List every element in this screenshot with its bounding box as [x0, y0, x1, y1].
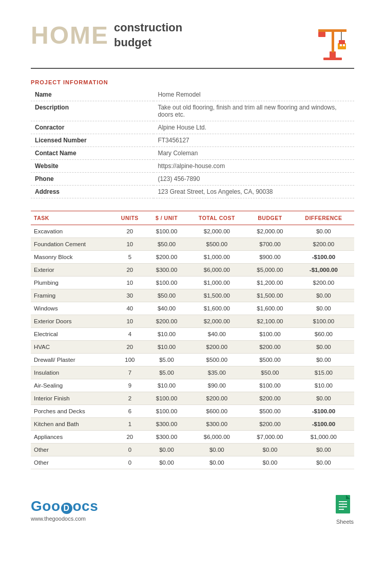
budget-row: Exterior Doors10$200.00$2,000.00$2,100.0…	[31, 315, 354, 328]
footer-left: GooDocs www.thegoodocs.com	[31, 498, 98, 522]
budget-row: Interior Finish2$100.00$200.00$200.00$0.…	[31, 392, 354, 405]
info-row: Contact NameMary Coleman	[31, 147, 354, 160]
total-cell: $600.00	[187, 405, 247, 418]
budget-table-body: Excavation20$100.00$2,000.00$2,000.00$0.…	[31, 225, 354, 469]
unit-price-cell: $200.00	[146, 315, 186, 328]
units-cell: 10	[113, 277, 146, 289]
diff-cell: -$100.00	[293, 251, 354, 264]
diff-cell: $0.00	[293, 302, 354, 315]
units-cell: 4	[113, 328, 146, 341]
budget-row: Appliances20$300.00$6,000.00$7,000.00$1,…	[31, 431, 354, 444]
info-value: Take out old flooring, finish and trim a…	[153, 101, 354, 121]
gooddocs-logo: GooDocs	[31, 498, 98, 514]
budget-row: Insulation7$5.00$35.00$50.00$15.00	[31, 366, 354, 379]
diff-cell: $0.00	[293, 444, 354, 456]
info-label: Website	[31, 160, 153, 173]
budget-cell: $7,000.00	[247, 431, 293, 444]
unit-price-cell: $300.00	[146, 418, 186, 431]
budget-row: Windows40$40.00$1,600.00$1,600.00$0.00	[31, 302, 354, 315]
task-cell: Interior Finish	[31, 392, 113, 405]
unit-price-cell: $300.00	[146, 264, 186, 277]
col-budget: BUDGET	[247, 211, 293, 225]
total-cell: $6,000.00	[187, 431, 247, 444]
units-cell: 7	[113, 366, 146, 379]
units-cell: 1	[113, 418, 146, 431]
info-value: 123 Great Street, Los Angeles, CA, 90038	[153, 186, 354, 198]
total-cell: $6,000.00	[187, 264, 247, 277]
total-cell: $40.00	[187, 328, 247, 341]
info-label: Contact Name	[31, 147, 153, 160]
svg-rect-1	[323, 58, 342, 60]
unit-price-cell: $0.00	[146, 444, 186, 456]
task-cell: Other	[31, 444, 113, 456]
diff-cell: $0.00	[293, 354, 354, 366]
task-cell: Exterior	[31, 264, 113, 277]
total-cell: $2,000.00	[187, 315, 247, 328]
budget-row: Air-Sealing9$10.00$90.00$100.00$10.00	[31, 379, 354, 392]
sheets-label: Sheets	[336, 519, 354, 525]
budget-row: Kitchen and Bath1$300.00$300.00$200.00-$…	[31, 418, 354, 431]
task-cell: Masonry Block	[31, 251, 113, 264]
footer: GooDocs www.thegoodocs.com Sheets	[31, 490, 354, 525]
diff-cell: $15.00	[293, 366, 354, 379]
task-cell: Insulation	[31, 366, 113, 379]
info-row: ConractorAlpine House Ltd.	[31, 121, 354, 134]
task-cell: Plumbing	[31, 277, 113, 289]
units-cell: 20	[113, 225, 146, 238]
info-value: https://alpine-house.com	[153, 160, 354, 173]
budget-row: Electrical4$10.00$40.00$100.00$60.00	[31, 328, 354, 341]
diff-cell: $0.00	[293, 456, 354, 469]
budget-row: Excavation20$100.00$2,000.00$2,000.00$0.…	[31, 225, 354, 238]
units-cell: 0	[113, 456, 146, 469]
task-cell: Framing	[31, 289, 113, 302]
budget-cell: $100.00	[247, 379, 293, 392]
diff-cell: $200.00	[293, 277, 354, 289]
section-title: PROJECT INFORMATION	[31, 79, 354, 85]
header: HOME construction budget	[31, 21, 354, 69]
total-cell: $1,500.00	[187, 289, 247, 302]
unit-price-cell: $40.00	[146, 302, 186, 315]
units-cell: 0	[113, 444, 146, 456]
budget-cell: $5,000.00	[247, 264, 293, 277]
col-total: TOTAL COST	[187, 211, 247, 225]
svg-rect-4	[318, 32, 325, 37]
info-label: Description	[31, 101, 153, 121]
task-cell: Foundation Cement	[31, 238, 113, 251]
task-cell: Other	[31, 456, 113, 469]
info-row: Licensed NumberFT3456127	[31, 134, 354, 147]
diff-cell: $60.00	[293, 328, 354, 341]
total-cell: $1,000.00	[187, 277, 247, 289]
budget-row: Framing30$50.00$1,500.00$1,500.00$0.00	[31, 289, 354, 302]
budget-row: Plumbing10$100.00$1,000.00$1,200.00$200.…	[31, 277, 354, 289]
diff-cell: $200.00	[293, 238, 354, 251]
diff-cell: $10.00	[293, 379, 354, 392]
sheets-svg	[336, 495, 354, 518]
col-units: UNITS	[113, 211, 146, 225]
info-label: Address	[31, 186, 153, 198]
units-cell: 9	[113, 379, 146, 392]
unit-price-cell: $5.00	[146, 366, 186, 379]
budget-cell: $100.00	[247, 328, 293, 341]
diff-cell: $0.00	[293, 392, 354, 405]
diff-cell: $1,000.00	[293, 431, 354, 444]
info-row: Websitehttps://alpine-house.com	[31, 160, 354, 173]
col-difference: DIFFERENCE	[293, 211, 354, 225]
units-cell: 6	[113, 405, 146, 418]
total-cell: $35.00	[187, 366, 247, 379]
diff-cell: -$1,000.00	[293, 264, 354, 277]
sheets-icon-container: Sheets	[336, 495, 354, 525]
diff-cell: $0.00	[293, 289, 354, 302]
total-cell: $90.00	[187, 379, 247, 392]
task-cell: Drewall/ Plaster	[31, 354, 113, 366]
total-cell: $300.00	[187, 418, 247, 431]
task-cell: Exterior Doors	[31, 315, 113, 328]
task-cell: Electrical	[31, 328, 113, 341]
unit-price-cell: $100.00	[146, 225, 186, 238]
diff-cell: $100.00	[293, 315, 354, 328]
svg-rect-10	[343, 44, 345, 46]
logo-d: D	[61, 503, 72, 514]
task-cell: Kitchen and Bath	[31, 418, 113, 431]
task-cell: Windows	[31, 302, 113, 315]
budget-row: Porches and Decks6$100.00$600.00$500.00-…	[31, 405, 354, 418]
unit-price-cell: $10.00	[146, 341, 186, 354]
